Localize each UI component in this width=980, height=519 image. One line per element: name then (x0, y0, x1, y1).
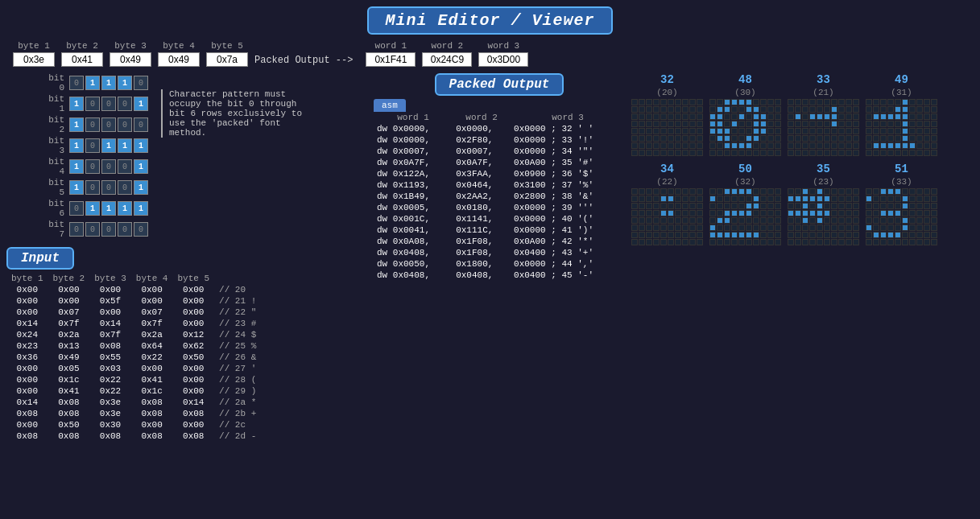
byte4-input[interactable] (158, 52, 200, 67)
bit-cell-r7-c4[interactable]: 0 (134, 222, 148, 237)
bit-cell-r2-c3[interactable]: 0 (118, 117, 132, 132)
bit-cell-r0-c0[interactable]: 0 (69, 76, 84, 90)
bit-cell-r0-c1[interactable]: 1 (85, 76, 100, 90)
input-cell-r1-c0: 0x00 (6, 295, 48, 307)
pixel-5-2-7 (760, 203, 767, 209)
bit-cell-r3-c1[interactable]: 0 (85, 138, 100, 153)
pixel-3-4-6 (909, 128, 916, 134)
pixel-4-6-6 (675, 232, 681, 238)
bit-cell-r7-c2[interactable]: 0 (101, 222, 116, 237)
input-cell-r11-c5: // 2b + (214, 408, 261, 419)
byte4-label: byte 4 (163, 41, 195, 51)
input-col-byte5: byte 5 (172, 273, 214, 284)
pixel-7-1-1 (873, 196, 879, 202)
input-col-byte1: byte 1 (6, 273, 48, 284)
bit-cell-r7-c3[interactable]: 0 (118, 222, 132, 237)
pixel-6-6-3 (809, 232, 816, 238)
input-table-row-1: 0x000x000x5f0x000x00// 21 ! (6, 295, 261, 307)
bit-cell-r0-c3[interactable]: 1 (118, 76, 132, 90)
pixel-2-3-5 (824, 121, 830, 127)
pixel-7-4-2 (880, 217, 887, 224)
asm-tab[interactable]: asm (374, 99, 625, 112)
bit-cell-r6-c1[interactable]: 1 (85, 201, 100, 216)
bit-cell-r0-c4[interactable]: 0 (134, 76, 148, 90)
byte1-input[interactable] (13, 52, 55, 67)
bit-cell-r1-c1[interactable]: 0 (85, 97, 100, 111)
word1-input[interactable] (366, 52, 416, 67)
pixel-2-4-4 (817, 128, 823, 134)
pixel-0-0-9 (697, 99, 703, 105)
pixel-1-5-4 (738, 135, 745, 142)
bit-cell-r6-c3[interactable]: 1 (118, 201, 132, 216)
pixel-0-5-2 (646, 135, 652, 142)
pixel-4-4-7 (682, 217, 688, 224)
bit-cell-r2-c4[interactable]: 0 (134, 117, 148, 132)
pixel-6-2-7 (838, 203, 845, 209)
input-cell-r6-c4: 0x50 (172, 352, 214, 363)
bit-cell-r5-c2[interactable]: 0 (101, 180, 116, 195)
byte5-input[interactable] (206, 52, 248, 67)
bit-cell-r7-c0[interactable]: 0 (69, 222, 84, 237)
input-cell-r7-c3: 0x00 (131, 363, 173, 374)
bit-cell-r3-c0[interactable]: 1 (69, 138, 84, 153)
bit-cell-r1-c3[interactable]: 0 (118, 97, 132, 111)
pixel-3-2-9 (931, 113, 937, 120)
pixel-7-1-2 (880, 196, 887, 202)
pixel-2-5-3 (809, 135, 816, 142)
bit-cell-r2-c2[interactable]: 0 (101, 117, 116, 132)
pixel-7-2-7 (916, 203, 923, 209)
bit-cell-r4-c3[interactable]: 0 (118, 159, 132, 174)
bit-cell-r5-c0[interactable]: 1 (69, 180, 84, 195)
bit-cell-r4-c2[interactable]: 0 (101, 159, 116, 174)
output-row-9: dw 0x0041,0x111C,0x0000 ; 41 ')' (374, 224, 625, 236)
bit-row-label-1: bit 1 (39, 94, 64, 113)
pixel-1-2-5 (746, 113, 752, 120)
word2-input[interactable] (422, 52, 472, 67)
bit-cell-r4-c0[interactable]: 1 (69, 159, 84, 174)
word3-input[interactable] (478, 52, 528, 67)
byte2-input[interactable] (61, 52, 103, 67)
bit-cell-r1-c0[interactable]: 1 (69, 97, 84, 111)
left-panel: bit 001110bit 110001bit 210000bit 310111… (0, 70, 370, 519)
bit-cell-r7-c1[interactable]: 0 (85, 222, 100, 237)
pixel-5-5-4 (738, 224, 745, 231)
pixel-0-3-2 (646, 121, 652, 127)
bit-cell-r3-c2[interactable]: 1 (101, 138, 116, 153)
bit-cell-r6-c0[interactable]: 0 (69, 201, 84, 216)
pixel-7-6-7 (916, 232, 923, 238)
pixel-2-3-8 (846, 121, 852, 127)
input-cell-r11-c3: 0x08 (131, 408, 173, 419)
input-cell-r2-c4: 0x00 (172, 307, 214, 318)
bit-cell-r2-c1[interactable]: 0 (85, 117, 100, 132)
pixel-0-3-7 (682, 121, 688, 127)
bit-cell-r1-c2[interactable]: 0 (101, 97, 116, 111)
pixel-4-2-4 (660, 203, 667, 209)
bit-cell-r5-c1[interactable]: 0 (85, 180, 100, 195)
bit-cell-r3-c3[interactable]: 1 (118, 138, 132, 153)
bit-cell-r0-c2[interactable]: 1 (101, 76, 116, 90)
output-cell-r7-c1: 0x0180, (453, 202, 511, 213)
pixel-2-0-4 (817, 99, 823, 105)
pixel-3-5-7 (916, 135, 923, 142)
pixel-0-2-6 (675, 113, 681, 120)
pixel-5-4-1 (717, 217, 723, 224)
bit-cell-r4-c1[interactable]: 0 (85, 159, 100, 174)
pixel-2-5-1 (795, 135, 801, 142)
pixel-7-5-3 (887, 224, 894, 231)
pixel-7-3-4 (895, 210, 901, 216)
byte3-input[interactable] (110, 52, 151, 67)
pixel-1-4-4 (738, 128, 745, 134)
bit-cell-r5-c3[interactable]: 0 (118, 180, 132, 195)
pixel-7-5-7 (916, 224, 923, 231)
pixel-6-2-8 (846, 203, 852, 209)
bit-cell-r1-c4[interactable]: 1 (134, 97, 148, 111)
bit-cell-r4-c4[interactable]: 1 (134, 159, 148, 174)
bit-cell-r6-c4[interactable]: 1 (134, 201, 148, 216)
bit-cell-r5-c4[interactable]: 1 (134, 180, 148, 195)
char-pixel-grid-4 (631, 188, 703, 245)
bit-cell-r3-c4[interactable]: 1 (134, 138, 148, 153)
pixel-0-5-3 (653, 135, 660, 142)
bit-cell-r6-c2[interactable]: 1 (101, 201, 116, 216)
bit-cell-r2-c0[interactable]: 1 (69, 117, 84, 132)
pixel-6-5-4 (817, 224, 823, 231)
